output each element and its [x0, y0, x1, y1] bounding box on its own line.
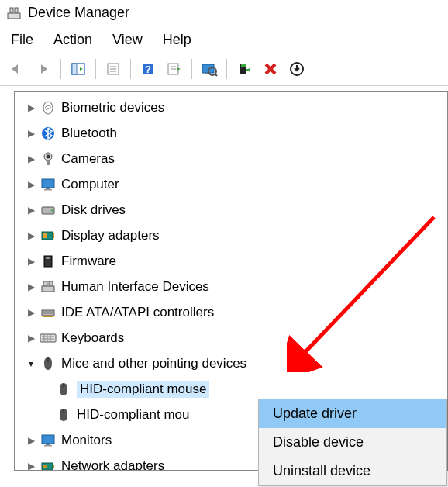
svg-rect-38: [53, 233, 54, 238]
bluetooth-icon: [40, 125, 57, 142]
svg-rect-48: [43, 281, 47, 285]
menu-view[interactable]: View: [112, 32, 143, 48]
svg-rect-21: [241, 64, 246, 67]
expand-icon[interactable]: ▶: [24, 256, 38, 267]
tree-label: Computer: [61, 177, 119, 192]
svg-rect-2: [15, 8, 18, 12]
svg-rect-37: [43, 233, 47, 238]
biometric-icon: [40, 99, 57, 116]
tree-label: IDE ATA/ATAPI controllers: [61, 305, 214, 320]
svg-line-19: [215, 74, 217, 76]
window-title: Device Manager: [28, 5, 129, 21]
svg-rect-49: [49, 281, 53, 285]
svg-rect-1: [10, 8, 13, 12]
tree-label: Human Interface Devices: [61, 279, 209, 295]
tree-item-disk-drives[interactable]: ▶ Disk drives: [24, 197, 447, 223]
tree-label: Network adapters: [61, 458, 164, 471]
device-manager-icon: [6, 5, 22, 21]
svg-rect-40: [46, 257, 50, 259]
context-menu: Update driver Disable device Uninstall d…: [258, 399, 447, 486]
context-uninstall-device[interactable]: Uninstall device: [259, 457, 446, 485]
menu-file[interactable]: File: [11, 32, 33, 48]
expand-icon[interactable]: ▶: [24, 154, 38, 164]
disable-device-button[interactable]: [284, 57, 309, 81]
network-icon: [40, 458, 57, 471]
help-button[interactable]: ?: [136, 57, 160, 81]
tree-label: Biometric devices: [61, 100, 164, 116]
expand-icon[interactable]: ▶: [24, 128, 38, 139]
tree-item-cameras[interactable]: ▶ Cameras: [24, 146, 447, 171]
svg-rect-31: [42, 179, 54, 188]
svg-rect-6: [72, 64, 77, 74]
firmware-icon: [40, 253, 57, 270]
expand-icon[interactable]: ▶: [24, 179, 38, 190]
toolbar-separator: [130, 59, 131, 79]
tree-item-computer[interactable]: ▶ Computer: [24, 171, 447, 197]
tree-label: HID-compliant mou: [77, 407, 190, 423]
expand-icon[interactable]: ▶: [24, 281, 38, 292]
mouse-icon: [40, 355, 57, 372]
title-bar: Device Manager: [0, 0, 448, 22]
tree-label: Display adapters: [61, 228, 160, 244]
back-button[interactable]: [5, 57, 29, 81]
collapse-icon[interactable]: ▾: [24, 358, 38, 369]
svg-rect-65: [44, 445, 52, 447]
svg-rect-47: [42, 286, 54, 292]
uninstall-device-button[interactable]: [258, 57, 283, 81]
monitor-icon: [40, 432, 57, 449]
svg-point-29: [47, 154, 50, 158]
svg-rect-53: [43, 316, 53, 317]
tree-item-hid[interactable]: ▶ Human Interface Devices: [24, 274, 447, 299]
tree-item-display-adapters[interactable]: ▶ Display adapters: [24, 223, 447, 248]
action-button[interactable]: [162, 57, 187, 81]
expand-icon[interactable]: ▶: [24, 435, 38, 446]
disk-icon: [40, 202, 57, 219]
tree-label: Cameras: [61, 151, 115, 167]
svg-rect-54: [40, 334, 56, 342]
expand-icon[interactable]: ▶: [24, 102, 38, 113]
tree-item-biometric[interactable]: ▶ Biometric devices: [24, 95, 447, 120]
expand-icon[interactable]: ▶: [24, 205, 38, 216]
tree-label: Bluetooth: [61, 126, 117, 141]
svg-rect-33: [44, 189, 52, 191]
tree-label: Monitors: [61, 433, 112, 448]
properties-button[interactable]: [101, 57, 126, 81]
forward-button[interactable]: [31, 57, 56, 81]
mouse-icon: [55, 406, 72, 423]
context-update-driver[interactable]: Update driver: [259, 399, 446, 428]
tree-item-firmware[interactable]: ▶ Firmware: [24, 248, 447, 274]
tree-item-ide[interactable]: ▶ IDE ATA/ATAPI controllers: [24, 299, 447, 325]
svg-rect-0: [8, 13, 20, 19]
tree-item-keyboards[interactable]: ▶ Keyboards: [24, 325, 447, 351]
ide-icon: [40, 304, 57, 321]
toolbar: ?: [0, 56, 448, 86]
svg-rect-64: [46, 444, 50, 445]
expand-icon[interactable]: ▶: [24, 230, 38, 241]
svg-rect-68: [53, 465, 54, 468]
menu-action[interactable]: Action: [53, 32, 92, 48]
svg-rect-63: [42, 435, 54, 444]
toolbar-separator: [191, 59, 192, 79]
expand-icon[interactable]: ▶: [24, 461, 38, 471]
tree-label: Keyboards: [61, 330, 124, 346]
display-adapter-icon: [40, 227, 57, 244]
expand-icon[interactable]: ▶: [24, 307, 38, 318]
svg-rect-30: [47, 161, 50, 165]
tree-label: Mice and other pointing devices: [61, 356, 246, 371]
tree-item-bluetooth[interactable]: ▶ Bluetooth: [24, 120, 447, 146]
menu-help[interactable]: Help: [163, 32, 191, 48]
svg-text:?: ?: [145, 64, 151, 75]
svg-point-35: [51, 209, 53, 212]
expand-icon[interactable]: ▶: [24, 333, 38, 344]
update-driver-button[interactable]: [232, 57, 257, 81]
tree-label: Firmware: [61, 254, 116, 269]
scan-hardware-button[interactable]: [197, 57, 222, 81]
camera-icon: [40, 150, 57, 168]
toolbar-separator: [226, 59, 227, 79]
mouse-icon: [55, 381, 72, 398]
tree-item-mice[interactable]: ▾ Mice and other pointing devices: [24, 351, 447, 376]
context-disable-device[interactable]: Disable device: [259, 428, 446, 457]
keyboard-icon: [40, 330, 57, 347]
menu-bar: File Action View Help: [0, 22, 448, 56]
show-hide-console-button[interactable]: [66, 57, 91, 81]
